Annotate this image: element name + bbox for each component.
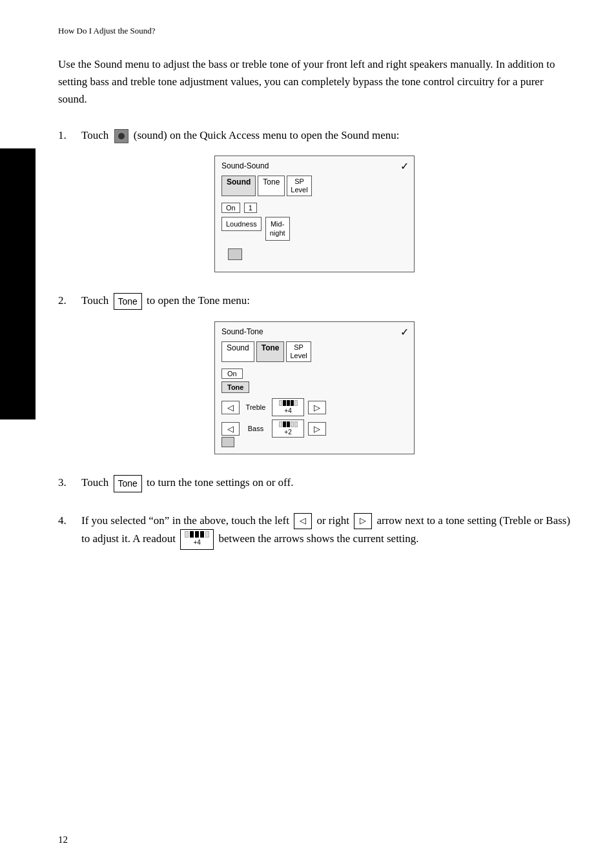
menu1-bottom bbox=[221, 245, 407, 265]
menu2-bass-left[interactable]: ◁ bbox=[221, 422, 240, 436]
breadcrumb: How Do I Adjust the Sound? bbox=[58, 26, 571, 36]
seg4 bbox=[291, 400, 294, 406]
bar-seg5 bbox=[205, 531, 209, 538]
page-number: 12 bbox=[58, 834, 68, 845]
menu1-midnight-btn[interactable]: Mid-night bbox=[265, 217, 290, 241]
menu1-title: Sound-Sound bbox=[221, 161, 407, 170]
menu2-treble-val: +4 bbox=[275, 407, 301, 414]
readout-example: +4 bbox=[180, 529, 214, 550]
menu2-bottom bbox=[221, 441, 407, 447]
seg-b5 bbox=[294, 421, 298, 427]
menu2-tab-tone[interactable]: Tone bbox=[256, 341, 285, 362]
menu2-treble-readout: +4 bbox=[272, 398, 304, 416]
menu2-tone-btn[interactable]: Tone bbox=[221, 381, 249, 393]
bar-seg2 bbox=[190, 531, 194, 538]
right-arrow-btn[interactable]: ▷ bbox=[354, 513, 372, 529]
menu1-row2: Loudness Mid-night bbox=[221, 217, 407, 241]
menu1-loudness-btn[interactable]: Loudness bbox=[221, 217, 262, 231]
menu1-tab-sound[interactable]: Sound bbox=[221, 176, 256, 196]
bar-seg4 bbox=[200, 531, 204, 538]
readout-bar bbox=[185, 531, 209, 538]
menu2-treble-label: Treble bbox=[243, 403, 268, 411]
bar-seg1 bbox=[185, 531, 189, 538]
tone-step3-btn[interactable]: Tone bbox=[114, 475, 142, 492]
menu2-bass-val: +2 bbox=[275, 429, 301, 436]
step-2-num: 2. bbox=[58, 292, 76, 309]
seg-b1 bbox=[279, 421, 282, 427]
tone-inline-btn[interactable]: Tone bbox=[114, 293, 142, 310]
menu2-bass-bar bbox=[275, 421, 301, 427]
step-2: 2. Touch Tone to open the Tone menu: Sou… bbox=[58, 292, 571, 455]
seg-b3 bbox=[287, 421, 290, 427]
step-4: 4. If you selected “on” in the above, to… bbox=[58, 512, 571, 550]
menu1-checkmark: ✓ bbox=[400, 160, 409, 172]
menu1-1-btn[interactable]: 1 bbox=[244, 203, 257, 213]
sound-icon bbox=[114, 129, 128, 143]
menu2-bass-label: Bass bbox=[243, 425, 268, 432]
seg-b4 bbox=[291, 421, 294, 427]
step-4-text: If you selected “on” in the above, touch… bbox=[81, 512, 571, 550]
menu1-on-btn[interactable]: On bbox=[221, 203, 240, 213]
left-arrow-btn[interactable]: ◁ bbox=[294, 513, 312, 529]
seg5 bbox=[294, 400, 298, 406]
intro-text: Use the Sound menu to adjust the bass or… bbox=[58, 56, 571, 108]
step-1: 1. Touch (sound) on the Quick Access men… bbox=[58, 126, 571, 272]
menu1-camera-icon bbox=[228, 248, 242, 260]
menu2-bass-row: ◁ Bass +2 ▷ bbox=[221, 419, 407, 438]
menu1-tab-sp[interactable]: SPLevel bbox=[287, 176, 311, 196]
menu2-tab-sp[interactable]: SPLevel bbox=[286, 341, 311, 362]
step-1-text: Touch (sound) on the Quick Access menu t… bbox=[81, 126, 571, 144]
step-3: 3. Touch Tone to turn the tone settings … bbox=[58, 474, 571, 492]
menu2-treble-left[interactable]: ◁ bbox=[221, 401, 240, 414]
menu1-row1: On 1 bbox=[221, 203, 407, 213]
menu2-treble-row: ◁ Treble +4 ▷ bbox=[221, 398, 407, 416]
menu2-camera-icon bbox=[221, 437, 234, 447]
menu1-tab-tone[interactable]: Tone bbox=[258, 176, 285, 196]
seg1 bbox=[279, 400, 282, 406]
step-3-num: 3. bbox=[58, 474, 76, 491]
step-3-text: Touch Tone to turn the tone settings on … bbox=[81, 474, 571, 492]
sound-sound-menu: Sound-Sound ✓ Sound Tone SPLevel On 1 Lo… bbox=[214, 156, 415, 272]
menu1-tabs: Sound Tone SPLevel bbox=[221, 176, 407, 196]
black-bar bbox=[0, 148, 36, 419]
bar-seg3 bbox=[195, 531, 199, 538]
seg-b2 bbox=[283, 421, 286, 427]
menu2-tab-sound[interactable]: Sound bbox=[221, 341, 254, 362]
menu2-title: Sound-Tone bbox=[221, 327, 407, 336]
menu2-tabs: Sound Tone SPLevel bbox=[221, 341, 407, 362]
step-4-num: 4. bbox=[58, 512, 76, 529]
readout-label: +4 bbox=[185, 538, 209, 548]
menu2-bass-right[interactable]: ▷ bbox=[308, 422, 326, 436]
step-2-text: Touch Tone to open the Tone menu: bbox=[81, 292, 571, 310]
menu2-on-btn[interactable]: On bbox=[221, 368, 243, 379]
menu2-treble-bar bbox=[275, 400, 301, 406]
seg3 bbox=[287, 400, 290, 406]
menu2-checkmark: ✓ bbox=[400, 326, 409, 338]
sound-tone-menu: Sound-Tone ✓ Sound Tone SPLevel On Tone … bbox=[214, 321, 415, 454]
seg2 bbox=[283, 400, 286, 406]
step-1-num: 1. bbox=[58, 126, 76, 144]
menu2-bass-readout: +2 bbox=[272, 419, 304, 438]
menu2-treble-right[interactable]: ▷ bbox=[308, 401, 326, 414]
